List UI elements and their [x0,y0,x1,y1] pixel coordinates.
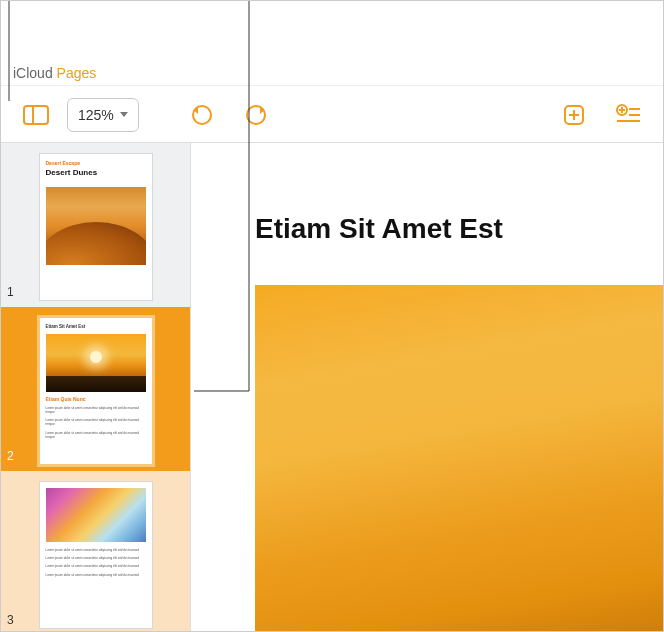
zoom-value: 125% [78,107,114,123]
zoom-select[interactable]: 125% [67,98,139,132]
redo-button[interactable] [233,98,279,132]
thumb3-image [46,488,146,542]
view-sidebar-button[interactable] [13,98,59,132]
thumb2-body-c: Lorem ipsum dolor sit amet consectetur a… [46,431,146,439]
thumb2-body-b: Lorem ipsum dolor sit amet consectetur a… [46,418,146,426]
sidebar-icon [23,105,49,125]
thumb2-body: Lorem ipsum dolor sit amet consectetur a… [46,406,146,414]
app-header: iCloud Pages [1,59,663,86]
chevron-down-icon [120,112,128,117]
thumb3-body-b: Lorem ipsum dolor sit amet consectetur a… [46,556,146,560]
thumb3-body: Lorem ipsum dolor sit amet consectetur a… [46,548,146,552]
undo-icon [190,103,214,127]
document-editor[interactable]: Etiam Sit Amet Est [191,143,663,631]
thumb2-heading: Etiam Sit Amet Est [46,324,146,330]
thumb1-pretitle: Desert Escape [46,160,146,166]
insert-button[interactable] [605,98,651,132]
page-thumbnails-sidebar[interactable]: Desert Escape Desert Dunes 1 Etiam Sit A… [1,143,191,631]
page-title[interactable]: Etiam Sit Amet Est [191,143,663,285]
hero-image[interactable] [255,285,663,631]
page-thumbnail-1[interactable]: Desert Escape Desert Dunes 1 [1,143,190,307]
page-number-2: 2 [7,449,14,463]
thumb1-image [46,187,146,265]
document-page[interactable]: Etiam Sit Amet Est [191,143,663,631]
thumb2-image [46,334,146,392]
insert-icon [615,104,641,126]
page-thumbnail-3[interactable]: Lorem ipsum dolor sit amet consectetur a… [1,471,190,631]
thumb1-title: Desert Dunes [46,168,146,177]
add-button[interactable] [551,98,597,132]
svg-rect-3 [24,106,48,124]
page-number-3: 3 [7,613,14,627]
icloud-label: iCloud [13,65,53,81]
thumb2-subhead: Etiam Quis Nunc [46,396,146,402]
page-number-1: 1 [7,285,14,299]
toolbar: 125% [1,87,663,143]
thumb3-body-c: Lorem ipsum dolor sit amet consectetur a… [46,564,146,568]
page-thumbnail-2[interactable]: Etiam Sit Amet Est Etiam Quis Nunc Lorem… [1,307,190,471]
thumb3-body-d: Lorem ipsum dolor sit amet consectetur a… [46,573,146,577]
plus-icon [562,103,586,127]
undo-button[interactable] [179,98,225,132]
redo-icon [244,103,268,127]
app-name-label: Pages [57,65,97,81]
